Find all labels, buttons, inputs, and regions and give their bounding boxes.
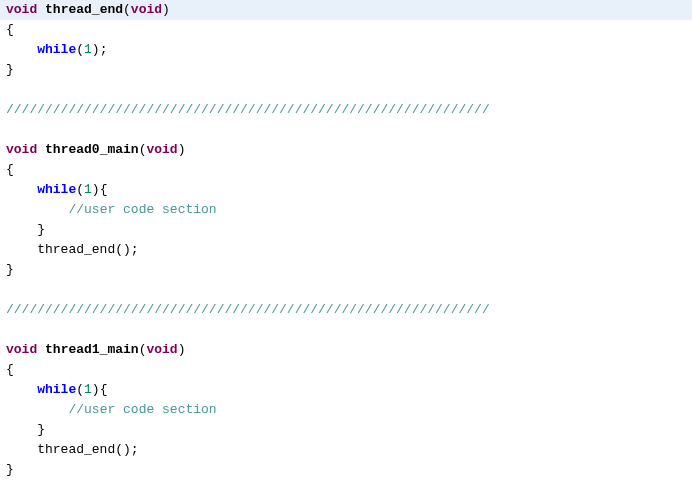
code-token: 1 bbox=[84, 382, 92, 397]
code-token: void bbox=[146, 142, 177, 157]
code-token: ) bbox=[92, 382, 100, 397]
code-token: ) bbox=[178, 342, 186, 357]
code-token: void bbox=[146, 342, 177, 357]
code-line: void thread1_main(void) bbox=[0, 340, 692, 360]
code-token: while bbox=[37, 382, 76, 397]
code-token bbox=[6, 122, 14, 137]
code-token: ) bbox=[178, 142, 186, 157]
code-token: ( bbox=[76, 382, 84, 397]
code-token bbox=[6, 82, 14, 97]
code-token: { bbox=[6, 362, 14, 377]
code-line bbox=[0, 80, 692, 100]
code-block: void thread_end(void){ while(1);} //////… bbox=[0, 0, 692, 480]
code-token: } bbox=[6, 462, 14, 477]
code-token: ( bbox=[76, 42, 84, 57]
code-token: ) bbox=[92, 42, 100, 57]
code-token bbox=[6, 282, 14, 297]
code-token: //user code section bbox=[68, 202, 216, 217]
code-line: } bbox=[0, 220, 692, 240]
code-token bbox=[6, 422, 37, 437]
code-token: } bbox=[37, 422, 45, 437]
code-line: void thread_end(void) bbox=[0, 0, 692, 20]
code-token: ) bbox=[92, 182, 100, 197]
code-token: thread0_main bbox=[45, 142, 139, 157]
code-line: thread_end(); bbox=[0, 440, 692, 460]
code-token: ////////////////////////////////////////… bbox=[6, 102, 490, 117]
code-line: } bbox=[0, 460, 692, 480]
code-token: { bbox=[6, 162, 14, 177]
code-token: } bbox=[6, 62, 14, 77]
code-token: while bbox=[37, 42, 76, 57]
code-line: { bbox=[0, 360, 692, 380]
code-token: { bbox=[6, 22, 14, 37]
code-token bbox=[6, 42, 37, 57]
code-token: thread_end bbox=[45, 2, 123, 17]
code-token: { bbox=[100, 382, 108, 397]
code-token: thread1_main bbox=[45, 342, 139, 357]
code-line: //user code section bbox=[0, 400, 692, 420]
code-token: ////////////////////////////////////////… bbox=[6, 302, 490, 317]
code-token: thread_end(); bbox=[6, 242, 139, 257]
code-line: //user code section bbox=[0, 200, 692, 220]
code-token bbox=[6, 222, 37, 237]
code-line bbox=[0, 320, 692, 340]
code-token: while bbox=[37, 182, 76, 197]
code-token bbox=[6, 402, 68, 417]
code-line: while(1){ bbox=[0, 180, 692, 200]
code-token bbox=[6, 322, 14, 337]
code-line: } bbox=[0, 420, 692, 440]
code-token: void bbox=[6, 342, 37, 357]
code-token: void bbox=[131, 2, 162, 17]
code-line: ////////////////////////////////////////… bbox=[0, 100, 692, 120]
code-line: ////////////////////////////////////////… bbox=[0, 300, 692, 320]
code-token: ( bbox=[123, 2, 131, 17]
code-token bbox=[37, 342, 45, 357]
code-token: //user code section bbox=[68, 402, 216, 417]
code-line: while(1); bbox=[0, 40, 692, 60]
code-line: thread_end(); bbox=[0, 240, 692, 260]
code-token: ; bbox=[100, 42, 108, 57]
code-line: } bbox=[0, 60, 692, 80]
code-line: { bbox=[0, 160, 692, 180]
code-token bbox=[6, 382, 37, 397]
code-line bbox=[0, 120, 692, 140]
code-token: 1 bbox=[84, 42, 92, 57]
code-line bbox=[0, 280, 692, 300]
code-token: ) bbox=[162, 2, 170, 17]
code-line: { bbox=[0, 20, 692, 40]
code-line: void thread0_main(void) bbox=[0, 140, 692, 160]
code-token: } bbox=[6, 262, 14, 277]
code-token: thread_end(); bbox=[6, 442, 139, 457]
code-token: { bbox=[100, 182, 108, 197]
code-line: while(1){ bbox=[0, 380, 692, 400]
code-token bbox=[37, 142, 45, 157]
code-token: void bbox=[6, 142, 37, 157]
code-line: } bbox=[0, 260, 692, 280]
code-token bbox=[6, 202, 68, 217]
code-token bbox=[6, 182, 37, 197]
code-token: void bbox=[6, 2, 37, 17]
code-token bbox=[37, 2, 45, 17]
code-token: 1 bbox=[84, 182, 92, 197]
code-token: } bbox=[37, 222, 45, 237]
code-token: ( bbox=[76, 182, 84, 197]
